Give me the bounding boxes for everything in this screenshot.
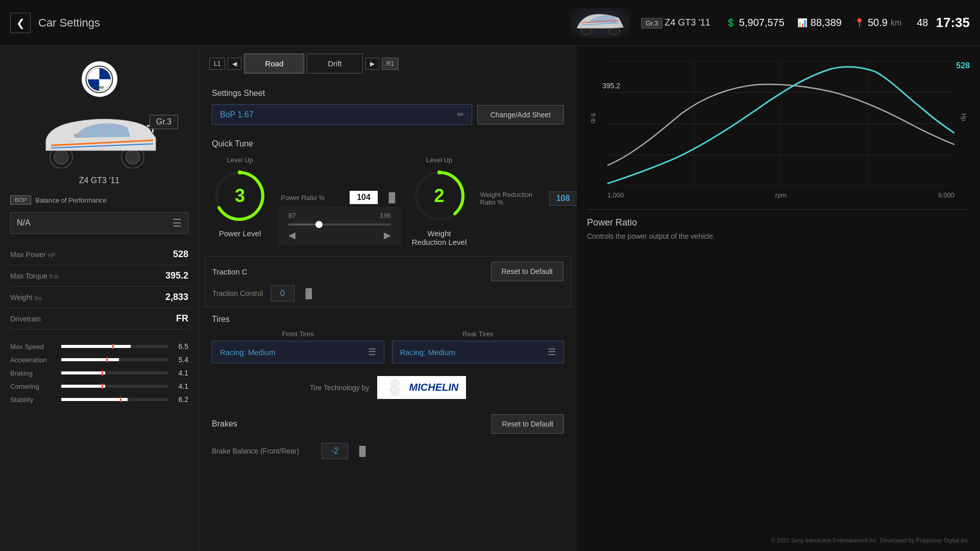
slider-range: 87 136 (288, 212, 391, 219)
bop-badge: BOP (10, 195, 31, 205)
michelin-logo: MICHELIN (377, 376, 467, 399)
power-dial: 3 (212, 168, 268, 224)
power-level-panel: Level Up 3 (212, 156, 268, 248)
rating-braking: Braking 4.1 (10, 369, 188, 377)
rating-acceleration-bar (61, 358, 168, 361)
rating-stability: Stability 6.2 (10, 395, 188, 404)
tab-bar: L1 ◀ Road Drift ▶ R1 (199, 46, 577, 81)
sheet-row: BoP 1.67 ✏ Change/Add Sheet (212, 104, 564, 125)
edit-icon[interactable]: ✏ (457, 110, 464, 119)
distance-icon: 📍 (854, 18, 865, 28)
max-power-label: Max Power HP (10, 251, 56, 259)
settings-sheet-section: Settings Sheet BoP 1.67 ✏ Change/Add She… (199, 81, 577, 137)
back-button[interactable]: ❮ (10, 13, 31, 33)
power-slider-track[interactable] (288, 223, 391, 226)
badge-48: 48 (917, 17, 928, 29)
weight-dial: 2 (411, 168, 468, 224)
michelin-row: Tire Technology by MICHELIN (212, 371, 564, 404)
slider-max: 136 (380, 212, 391, 219)
power-ratio-description: Controls the power output of the vehicle… (587, 232, 970, 240)
brake-bar-icon: ▐▌ (356, 446, 369, 457)
max-power-value: 528 (173, 249, 188, 260)
preset-menu-icon[interactable]: ☰ (173, 217, 182, 229)
rating-braking-value: 4.1 (173, 369, 188, 377)
rating-cornering: Cornering 4.1 (10, 382, 188, 390)
brakes-reset-button[interactable]: Reset to Default (492, 414, 564, 434)
slider-left-icon[interactable]: ◀ (288, 230, 296, 241)
top-bar: ❮ Car Settings Gr.3 Z4 GT3 '11 💲 5,907,5… (0, 0, 980, 46)
brake-balance-value: -2 (322, 443, 348, 459)
sheet-name-text: BoP 1.67 (220, 110, 254, 119)
rear-tire-col: Rear Tires Racing: Medium ☰ (392, 330, 565, 363)
traction-reset-button[interactable]: Reset to Default (491, 262, 564, 281)
power-ratio-bar-icon: ▐▌ (385, 192, 399, 203)
stat-drivetrain: Drivetrain FR (10, 308, 188, 330)
front-tire-selector[interactable]: Racing: Medium ☰ (212, 341, 384, 363)
top-stats: 💲 5,907,575 📊 88,389 📍 50.9 km (726, 17, 901, 29)
svg-point-16 (238, 170, 242, 174)
rating-braking-bar (61, 371, 168, 374)
power-level-value: 3 (235, 185, 245, 207)
slider-thumb[interactable] (315, 221, 323, 228)
rear-tire-menu-icon[interactable]: ☰ (548, 346, 556, 358)
distance-unit: km (891, 18, 901, 28)
rating-max-speed-bar (61, 345, 168, 348)
rating-max-speed-value: 6.5 (173, 342, 188, 350)
front-tire-menu-icon[interactable]: ☰ (368, 346, 376, 358)
rating-braking-label: Braking (10, 369, 56, 377)
ratings-section: Max Speed 6.5 Acceleration 5.4 Braking 4… (10, 342, 188, 404)
tab-r1-indicator: R1 (382, 58, 399, 70)
traction-label: Traction C (212, 267, 263, 276)
car-thumbnail (570, 8, 631, 38)
weight-reduction-panel: Level Up 2 Weight Reduction Level (411, 156, 468, 248)
brakes-title: Brakes (212, 419, 237, 429)
traction-control-row: Traction Control 0 ▐▌ (212, 285, 564, 302)
power-level-up-label: Level Up (212, 156, 268, 164)
sheet-name-field[interactable]: BoP 1.67 ✏ (212, 104, 472, 125)
max-torque-value: 395.2 (165, 270, 188, 281)
rear-tire-selector[interactable]: Racing: Medium ☰ (392, 341, 565, 363)
slider-min: 87 (288, 212, 296, 219)
rating-stability-bar (61, 398, 168, 401)
tires-columns: Front Tires Racing: Medium ☰ Rear Tires … (212, 330, 564, 363)
svg-point-19 (437, 170, 442, 174)
power-ratio-label: Power Ratio % (281, 194, 342, 202)
tab-next-button[interactable]: ▶ (365, 58, 379, 70)
tab-road[interactable]: Road (244, 54, 304, 73)
slider-right-icon[interactable]: ▶ (384, 230, 391, 241)
tab-prev-button[interactable]: ◀ (228, 58, 241, 70)
weight-level-up-label: Level Up (411, 156, 468, 164)
rating-acceleration: Acceleration 5.4 (10, 356, 188, 364)
credits-value: 5,907,575 (739, 17, 785, 29)
power-ratio-controls: Power Ratio % 104 ▐▌ 87 136 ◀ (278, 156, 401, 248)
preset-row[interactable]: N/A ☰ (10, 212, 188, 234)
rating-cornering-value: 4.1 (173, 382, 188, 390)
back-icon: ❮ (16, 17, 25, 29)
odometer-value: 88,389 (811, 17, 842, 29)
svg-point-0 (580, 28, 592, 35)
rating-cornering-bar (61, 385, 168, 388)
rpm-max-label: 9,000 (938, 191, 954, 199)
car-side-image (31, 112, 168, 168)
svg-rect-13 (74, 134, 80, 137)
michelin-label: Tire Technology by (310, 384, 370, 392)
clock: 17:35 (936, 15, 970, 31)
tab-drift[interactable]: Drift (307, 54, 363, 73)
peak-hp-label: 528 (956, 61, 970, 70)
weight-ratio-row: Weight Reduction Ratio % 108 ▐▌ (478, 191, 577, 206)
tab-nav-l1[interactable]: L1 (209, 58, 225, 70)
rpm-min-label: 1,000 (607, 191, 624, 199)
traction-control-label: Traction Control (212, 289, 263, 297)
weight-ratio-value: 108 (549, 191, 577, 206)
svg-text:BMW: BMW (95, 86, 104, 89)
grade-badge-sidebar: Gr.3 (150, 115, 178, 129)
left-sidebar: BMW Gr.3 Z4 GT3 '11 BOP (0, 46, 199, 551)
hp-axis-label: Hp (960, 113, 967, 121)
front-tire-label: Front Tires (212, 330, 384, 338)
svg-point-10 (126, 150, 140, 164)
svg-point-23 (393, 381, 398, 386)
weight-label: Weight lbs. (10, 293, 43, 302)
quick-tune-section: Quick Tune Level Up (199, 137, 577, 256)
stat-max-torque: Max Torque ft-lb 395.2 (10, 265, 188, 287)
change-sheet-button[interactable]: Change/Add Sheet (477, 105, 564, 124)
